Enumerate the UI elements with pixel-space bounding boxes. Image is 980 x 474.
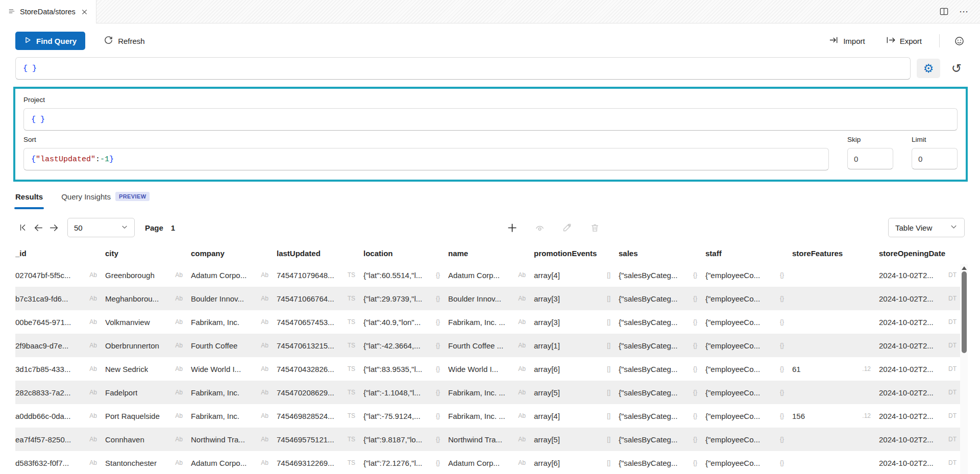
- import-button[interactable]: Import: [826, 35, 868, 47]
- cell-promotionEvents: array[6][]: [534, 365, 619, 373]
- type-badge: []: [604, 365, 610, 372]
- view-document-button[interactable]: [532, 220, 547, 235]
- export-button[interactable]: Export: [883, 35, 925, 47]
- table-row[interactable]: a0ddb66c-0da...AbPort RaquelsideAbFabrik…: [15, 404, 966, 428]
- type-badge: TS: [345, 436, 355, 443]
- cell-value: {"salesByCateg...: [619, 341, 677, 350]
- cell-name: Northwind Tra...Ab: [448, 435, 534, 444]
- cell-value: array[6]: [534, 459, 560, 467]
- limit-input[interactable]: 0: [912, 148, 958, 169]
- cell-_id: b7c31ca9-fd6...Ab: [15, 294, 105, 303]
- type-badge: Ab: [258, 412, 268, 419]
- sort-label: Sort: [23, 136, 829, 143]
- type-badge: Ab: [258, 271, 268, 279]
- column-header-company[interactable]: company: [191, 249, 277, 258]
- view-mode-dropdown[interactable]: Table View: [888, 218, 965, 237]
- table-row[interactable]: 3d1c7b85-433...AbNew SedrickAbWide World…: [15, 357, 966, 381]
- cell-promotionEvents: array[5][]: [534, 435, 619, 444]
- page-size-dropdown[interactable]: 50: [67, 218, 135, 237]
- column-header-_id[interactable]: _id: [15, 249, 105, 258]
- type-badge: Ab: [258, 365, 268, 372]
- feedback-smiley-icon[interactable]: [954, 36, 965, 46]
- type-badge: []: [604, 436, 610, 443]
- type-badge: Ab: [173, 459, 183, 466]
- cell-value: {"salesByCateg...: [619, 412, 677, 420]
- scrollbar-thumb[interactable]: [962, 271, 967, 353]
- more-actions-icon[interactable]: ⋯: [959, 9, 969, 14]
- edit-document-button[interactable]: [559, 220, 575, 235]
- type-badge: {}: [691, 436, 697, 443]
- cell-value: array[3]: [534, 318, 560, 327]
- cell-value: Fourth Coffee: [191, 341, 237, 350]
- cell-sales: {"salesByCateg...{}: [619, 365, 705, 373]
- tab-storedata-stores[interactable]: StoreData/stores: [0, 0, 96, 23]
- column-header-city[interactable]: city: [105, 249, 191, 258]
- query-toolbar: Find Query Refresh Import Export: [0, 23, 980, 56]
- cell-sales: {"salesByCateg...{}: [619, 318, 705, 327]
- cell-company: Fourth CoffeeAb: [191, 341, 277, 350]
- column-header-location[interactable]: location: [363, 249, 448, 258]
- column-header-promotionEvents[interactable]: promotionEvents: [534, 249, 619, 258]
- table-row[interactable]: 282c8833-7a2...AbFadelportAbFabrikam, In…: [15, 381, 966, 404]
- type-badge: Ab: [173, 271, 183, 279]
- table-row[interactable]: d583f632-f0f7...AbStantonchesterAbAdatum…: [15, 451, 966, 474]
- cell-lastUpdated: 745470613215...TS: [277, 341, 363, 350]
- query-settings-button[interactable]: ⚙: [917, 59, 940, 78]
- cell-staff: {"employeeCo...{}: [705, 412, 792, 420]
- type-badge: {}: [433, 365, 440, 372]
- add-document-button[interactable]: [504, 220, 520, 235]
- cell-value: {"employeeCo...: [705, 435, 760, 444]
- skip-input[interactable]: 0: [847, 148, 893, 169]
- cell-city: OberbrunnertonAb: [105, 341, 191, 350]
- table-row[interactable]: 2f9baac9-d7e...AbOberbrunnertonAbFourth …: [15, 334, 966, 357]
- project-input[interactable]: { }: [23, 108, 958, 131]
- previous-page-button[interactable]: [31, 220, 46, 235]
- sort-input[interactable]: { "lastUpdated": -1 }: [23, 148, 829, 170]
- cell-value: {"lat":83.9535,"l...: [363, 365, 422, 373]
- type-badge: {}: [433, 271, 440, 279]
- split-editor-icon[interactable]: [939, 7, 949, 16]
- table-row[interactable]: ea7f4f57-8250...AbConnhavenAbNorthwind T…: [15, 428, 966, 451]
- close-icon[interactable]: [80, 8, 89, 16]
- column-header-lastUpdated[interactable]: lastUpdated: [277, 249, 363, 258]
- vertical-scrollbar[interactable]: [960, 264, 968, 474]
- filter-query-input[interactable]: { }: [15, 57, 911, 80]
- refresh-button[interactable]: Refresh: [101, 35, 148, 47]
- type-badge: .12: [860, 412, 871, 419]
- type-badge: {}: [433, 389, 440, 396]
- code-token: {: [31, 155, 36, 164]
- tab-results[interactable]: Results: [15, 192, 43, 209]
- table-row[interactable]: 00be7645-971...AbVolkmanviewAbFabrikam, …: [15, 310, 966, 334]
- page-indicator: Page1: [145, 223, 175, 232]
- cell-value: a0ddb66c-0da...: [15, 412, 70, 420]
- table-row[interactable]: 027047bf-5f5c...AbGreenboroughAbAdatum C…: [15, 263, 966, 287]
- column-header-storeOpeningDate[interactable]: storeOpeningDate: [879, 249, 965, 258]
- type-badge: {}: [777, 271, 784, 279]
- column-header-name[interactable]: name: [448, 249, 534, 258]
- type-badge: Ab: [258, 318, 268, 326]
- cell-city: Meghanborou...Ab: [105, 294, 191, 303]
- column-header-storeFeatures[interactable]: storeFeatures: [792, 249, 879, 258]
- cell-lastUpdated: 745471079648...TS: [277, 271, 363, 280]
- export-icon: [886, 35, 895, 46]
- column-header-sales[interactable]: sales: [619, 249, 705, 258]
- type-badge: Ab: [516, 389, 526, 396]
- type-badge: Ab: [516, 365, 526, 372]
- scroll-up-icon[interactable]: [962, 266, 967, 270]
- cell-storeOpeningDate: 2024-10-02T2...DT: [879, 365, 965, 373]
- type-badge: {}: [777, 389, 784, 396]
- table-row[interactable]: b7c31ca9-fd6...AbMeghanborou...AbBoulder…: [15, 287, 966, 310]
- next-page-button[interactable]: [46, 220, 61, 235]
- find-query-button[interactable]: Find Query: [15, 32, 85, 50]
- tab-query-insights[interactable]: Query Insights PREVIEW: [61, 192, 150, 209]
- cell-location: {"lat":40.9,"lon"...{}: [363, 318, 448, 327]
- import-icon: [829, 35, 839, 46]
- delete-document-button[interactable]: [587, 220, 602, 235]
- type-badge: {}: [777, 459, 784, 466]
- cell-storeOpeningDate: 2024-10-02T2...DT: [879, 318, 965, 327]
- cell-name: Fabrikam, Inc. ...Ab: [448, 318, 534, 327]
- first-page-button[interactable]: [15, 220, 31, 235]
- reset-query-button[interactable]: ↺: [946, 59, 967, 78]
- code-token: }: [109, 155, 114, 164]
- column-header-staff[interactable]: staff: [705, 249, 792, 258]
